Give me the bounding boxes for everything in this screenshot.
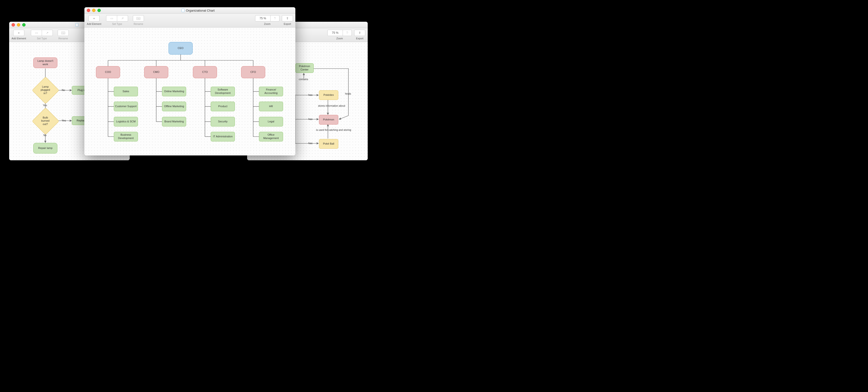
node-pokemon[interactable]: Pokémon: [319, 115, 338, 124]
document-icon: [182, 9, 184, 12]
edge-label-no: No: [62, 89, 65, 91]
type-arrow-button[interactable]: ↗: [117, 15, 128, 22]
titlebar[interactable]: Organizational Chart: [84, 7, 296, 14]
rename-icon: Aa: [136, 17, 140, 20]
edge-label-contains: contains: [299, 78, 308, 81]
zoom-value[interactable]: 75 %: [328, 30, 343, 36]
add-element-button[interactable]: ＋: [89, 15, 100, 22]
export-button[interactable]: ⇪: [282, 15, 293, 22]
arrow-icon: ↗: [121, 17, 124, 20]
rename-button[interactable]: Aa: [133, 15, 144, 22]
add-element-button[interactable]: ＋: [13, 30, 24, 36]
zoom-icon[interactable]: [22, 23, 26, 27]
rename-label: Rename: [133, 23, 143, 25]
node-dept[interactable]: Security: [211, 117, 235, 127]
node-label: Logistics & SCM: [116, 120, 136, 123]
edge-label-yes: Yes: [43, 104, 47, 107]
zoom-control: 75 % ヘ﹀: [328, 30, 352, 36]
minimize-icon[interactable]: [17, 23, 20, 27]
edge-label-stores: stores information about: [318, 104, 339, 107]
node-pokedex[interactable]: Pokédex: [319, 90, 338, 100]
node-decision-bulb[interactable]: Bulb burned out?: [36, 112, 55, 130]
tool-add-element: ＋ Add Element: [11, 30, 26, 40]
stage: ＋ Add Element ▭ ↗ Set Type Aa Rename 75 …: [0, 0, 376, 174]
rename-button[interactable]: Aa: [58, 30, 69, 36]
close-icon[interactable]: [11, 23, 15, 27]
edge-label-has: has: [308, 117, 312, 120]
node-coo[interactable]: COO: [96, 66, 120, 78]
node-label: Bulb burned out?: [36, 112, 55, 130]
node-start[interactable]: Lamp doesn't work: [33, 57, 57, 68]
node-label: Pokédex: [323, 93, 334, 97]
arrow-icon: ↗: [46, 31, 49, 34]
zoom-stepper[interactable]: ヘ﹀: [271, 15, 279, 22]
edge-label-no: No: [43, 134, 46, 137]
minimize-icon[interactable]: [92, 9, 95, 12]
tool-rename: Aa Rename: [58, 30, 69, 40]
node-dept[interactable]: Customer Support: [114, 102, 138, 111]
node-dept[interactable]: Logistics & SCM: [114, 117, 138, 127]
tool-set-type: ▭ ↗ Set Type: [106, 15, 128, 25]
zoom-icon[interactable]: [97, 9, 101, 12]
edge-label-has: has: [308, 142, 312, 145]
node-decision-plugged[interactable]: Lamp plugged in?: [36, 81, 55, 100]
chevron-down-icon: ﹀: [274, 18, 276, 20]
plus-icon: ＋: [93, 17, 95, 21]
type-rect-button[interactable]: ▭: [106, 15, 117, 22]
node-label: CEO: [178, 47, 184, 50]
node-label: COO: [105, 71, 111, 74]
canvas-org[interactable]: CEO COO CMO CTO CFO Sales Customer Suppo…: [84, 28, 296, 156]
node-center[interactable]: Pokémon Center: [296, 63, 314, 73]
node-dept[interactable]: Online Marketing: [162, 87, 186, 96]
close-icon[interactable]: [87, 9, 90, 12]
node-label: Customer Support: [115, 105, 136, 108]
tool-export: ⇪ Export: [354, 30, 365, 40]
node-dept[interactable]: Brand Marketing: [162, 117, 186, 127]
set-type-buttons: ▭ ↗: [31, 30, 53, 36]
zoom-label: Zoom: [264, 23, 271, 25]
set-type-label: Set Type: [112, 23, 122, 25]
node-label: HR: [269, 105, 273, 108]
tool-zoom: 75 % ヘ﹀ Zoom: [328, 30, 352, 40]
node-dept[interactable]: Finance/ Accounting: [259, 87, 283, 96]
node-dept[interactable]: Business Development: [114, 132, 138, 141]
node-label: Finance/ Accounting: [260, 88, 282, 95]
node-dept[interactable]: Office Management: [259, 132, 283, 141]
type-rect-button[interactable]: ▭: [31, 30, 42, 36]
window-title-text: Organizational Chart: [186, 9, 215, 12]
tool-zoom: 75 % ヘ﹀ Zoom: [255, 15, 279, 25]
node-dept[interactable]: Sales: [114, 87, 138, 96]
type-arrow-button[interactable]: ↗: [42, 30, 53, 36]
node-label: Lamp doesn't work: [34, 59, 56, 66]
node-repair[interactable]: Repair lamp: [33, 143, 57, 153]
add-element-label: Add Element: [87, 23, 101, 25]
node-cto[interactable]: CTO: [193, 66, 217, 78]
node-label: Legal: [268, 120, 274, 123]
document-icon: [75, 23, 79, 27]
tool-set-type: ▭ ↗ Set Type: [31, 30, 53, 40]
zoom-value[interactable]: 75 %: [255, 15, 271, 22]
node-dept[interactable]: HR: [259, 102, 283, 111]
node-label: CTO: [202, 71, 208, 74]
node-dept[interactable]: Product: [211, 102, 235, 111]
node-cfo[interactable]: CFO: [241, 66, 265, 78]
share-icon: ⇪: [359, 31, 361, 34]
node-label: Pokémon Center: [297, 65, 312, 72]
node-dept[interactable]: Legal: [259, 117, 283, 127]
node-dept[interactable]: Software Development: [211, 87, 235, 96]
tool-add-element: ＋ Add Element: [87, 15, 101, 25]
node-cmo[interactable]: CMO: [144, 66, 168, 78]
set-type-label: Set Type: [37, 37, 47, 40]
node-pokeball[interactable]: Poké Ball: [319, 139, 338, 149]
traffic-lights: [11, 23, 26, 27]
node-dept[interactable]: IT Administration: [211, 132, 235, 141]
export-button[interactable]: ⇪: [354, 30, 365, 36]
node-ceo[interactable]: CEO: [168, 42, 193, 55]
edge-label-heals: heals: [345, 92, 351, 95]
tool-rename: Aa Rename: [133, 15, 144, 25]
share-icon: ⇪: [286, 17, 289, 20]
node-dept[interactable]: Offline Marketing: [162, 102, 186, 111]
zoom-stepper[interactable]: ヘ﹀: [343, 30, 352, 36]
node-label: Sales: [123, 90, 129, 93]
export-label: Export: [284, 23, 291, 25]
